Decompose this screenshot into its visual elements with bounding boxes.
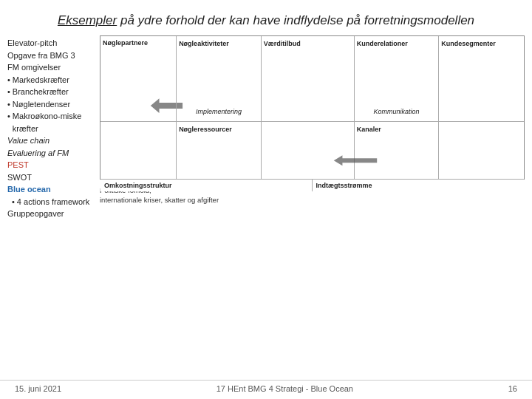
- cell-kundesegmenter: Kundesegmenter: [439, 36, 524, 121]
- cell-nogleressourcer: Nøgleressourcer: [177, 122, 262, 179]
- sidebar-item: •Makroøkono-miske kræfter: [7, 110, 92, 134]
- cell-title-kanaler: Kanaler: [357, 126, 381, 133]
- footer-title: 17 HEnt BMG 4 Strategi - Blue Ocean: [216, 384, 353, 393]
- cell-vaerditilbud: Værditilbud: [262, 36, 355, 121]
- sidebar-item-swot: SWOT: [7, 171, 92, 184]
- sidebar-item-actions: •4 actions framework: [7, 196, 92, 208]
- cell-kanaler: Kanaler: [355, 122, 440, 179]
- sidebar-item: Value chain: [7, 134, 92, 147]
- sidebar: Elevator-pitch Opgave fra BMG 3 FM omgiv…: [7, 35, 92, 220]
- title-keyword: Eksempler: [58, 13, 117, 27]
- sidebar-item: Elevator-pitch: [7, 37, 92, 50]
- cell-noglepartnere: Nøglepartnere: [100, 36, 177, 121]
- canvas-bottom-bar: Omkostningsstruktur Indtægtsstrømme: [100, 179, 524, 191]
- bmg-canvas-wrapper: Nøglepartnere Nøgleaktiviteter Implement…: [100, 35, 525, 220]
- cell-noglepartnere-bottom: [100, 122, 177, 179]
- cell-nogleaktiviteter: Nøgleaktiviteter Implementering: [177, 36, 262, 121]
- sidebar-item: •Markedskræfter: [7, 74, 92, 86]
- cell-indtagter: Indtægtsstrømme: [313, 180, 525, 191]
- cell-title-vaerditilbud: Værditilbud: [264, 40, 301, 47]
- footer-page: 16: [508, 384, 517, 393]
- page-footer: 15. juni 2021 17 HEnt BMG 4 Strategi - B…: [0, 380, 532, 393]
- title-rest: på ydre forhold der kan have indflydelse…: [117, 13, 474, 27]
- cell-title-nogleressourcer: Nøgleressourcer: [179, 126, 232, 133]
- sidebar-item: Opgave fra BMG 3: [7, 50, 92, 62]
- cell-title-kundesegmenter: Kundesegmenter: [441, 40, 496, 47]
- cell-title-noglepartnere: Nøglepartnere: [103, 39, 174, 47]
- footer-date: 15. juni 2021: [15, 384, 61, 393]
- sidebar-item-gruppe: Gruppeopgaver: [7, 208, 92, 220]
- sidebar-item: Evaluering af FM: [7, 147, 92, 160]
- page-title: Eksempler på ydre forhold der kan have i…: [0, 13, 532, 28]
- caption-line2: internationale kriser, skatter og afgift…: [100, 195, 525, 205]
- cell-implementering: Implementering: [177, 108, 261, 115]
- sidebar-item: •Nøgletendenser: [7, 98, 92, 111]
- sidebar-item: FM omgivelser: [7, 61, 92, 74]
- cell-kunderelationer: Kunderelationer Kommunikation: [355, 36, 440, 121]
- cell-omkostninger: Omkostningsstruktur: [100, 180, 313, 191]
- sidebar-item-pest: PEST: [7, 159, 92, 171]
- sidebar-item: •Branchekræfter: [7, 86, 92, 98]
- bmg-canvas: Nøglepartnere Nøgleaktiviteter Implement…: [100, 35, 525, 180]
- cell-title-nogleaktiviteter: Nøgleaktiviteter: [179, 40, 229, 47]
- cell-vaerditilbud-bottom: [262, 122, 355, 179]
- cell-title-kunderelationer: Kunderelationer: [357, 40, 408, 47]
- cell-kundesegmenter-bottom: [439, 122, 524, 179]
- cell-kommunikation: Kommunikation: [355, 108, 439, 115]
- sidebar-item-blue-ocean: Blue ocean: [7, 183, 92, 196]
